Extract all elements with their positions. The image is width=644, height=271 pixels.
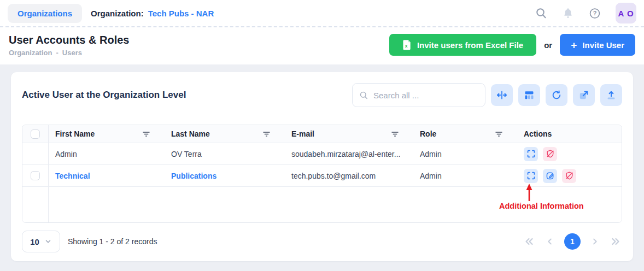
- breadcrumb: Organization - Users: [9, 49, 129, 57]
- expand-corners-icon: [526, 171, 536, 180]
- organization-name-link[interactable]: Tech Pubs - NAR: [148, 9, 214, 18]
- open-in-new-button[interactable]: [573, 84, 595, 106]
- avatar[interactable]: A O: [616, 3, 636, 23]
- first-name-link[interactable]: Technical: [55, 172, 90, 180]
- row-checkbox[interactable]: [31, 171, 40, 180]
- page-size-select[interactable]: 10: [22, 231, 60, 252]
- breadcrumb-item-users[interactable]: Users: [62, 49, 82, 57]
- edit-pencil-icon: [546, 171, 555, 180]
- pagination: 1: [523, 233, 622, 250]
- panel-title: Active User at the Organization Level: [22, 90, 186, 101]
- column-label: Last Name: [171, 129, 210, 138]
- notifications-bell-icon[interactable]: [562, 7, 574, 19]
- actions-cell: [517, 143, 622, 164]
- table-header-row: First Name Last Name E-mail Role: [22, 125, 622, 143]
- invite-user-label: Invite User: [582, 40, 624, 50]
- column-header-email[interactable]: E-mail: [285, 125, 413, 143]
- column-label: First Name: [55, 129, 95, 138]
- email-cell: tech.pubs.to@gmail.com: [285, 165, 413, 186]
- users-table: First Name Last Name E-mail Role: [22, 125, 622, 223]
- columns-button[interactable]: [518, 84, 540, 106]
- table-empty-area: [22, 186, 622, 222]
- breadcrumb-item-organization[interactable]: Organization: [9, 49, 52, 57]
- last-name-link[interactable]: Publications: [171, 172, 216, 180]
- topbar: Organizations Organization: Tech Pubs - …: [0, 0, 644, 26]
- filter-icon[interactable]: [495, 130, 503, 138]
- fit-columns-button[interactable]: [491, 84, 513, 106]
- or-label: or: [544, 40, 552, 50]
- fit-columns-icon: [496, 90, 507, 101]
- page-1-button[interactable]: 1: [564, 233, 581, 250]
- view-details-button[interactable]: [524, 169, 538, 183]
- edit-user-button[interactable]: [543, 169, 557, 183]
- excel-file-icon: x: [402, 39, 412, 50]
- column-header-last-name[interactable]: Last Name: [165, 125, 285, 143]
- filter-icon[interactable]: [391, 130, 399, 138]
- table-footer: 10 Showing 1 - 2 of 2 records 1: [22, 231, 622, 252]
- column-header-actions: Actions: [517, 125, 622, 143]
- select-all-cell: [22, 125, 49, 143]
- last-name-cell: OV Terra: [165, 143, 285, 164]
- organizations-button[interactable]: Organizations: [8, 4, 82, 23]
- open-in-new-icon: [578, 90, 589, 101]
- first-page-button[interactable]: [523, 235, 536, 248]
- search-all-input-wrapper: [352, 83, 485, 107]
- search-icon[interactable]: [535, 7, 547, 19]
- breadcrumb-separator: -: [56, 49, 58, 57]
- row-checkbox-cell: [22, 165, 49, 186]
- first-name-cell: Technical: [49, 165, 165, 186]
- svg-text:?: ?: [593, 10, 597, 16]
- export-upload-button[interactable]: [600, 84, 622, 106]
- page-size-value: 10: [30, 237, 39, 246]
- expand-corners-icon: [526, 149, 536, 158]
- email-cell: soudabeh.mirzataraj@al-enter...: [285, 143, 413, 164]
- column-label: Actions: [524, 129, 552, 138]
- invite-user-button[interactable]: + Invite User: [560, 34, 635, 56]
- svg-text:x: x: [405, 43, 408, 49]
- column-header-first-name[interactable]: First Name: [49, 125, 165, 143]
- filter-icon[interactable]: [142, 130, 150, 138]
- column-label: Role: [420, 129, 436, 138]
- showing-records-text: Showing 1 - 2 of 2 records: [68, 237, 157, 246]
- deactivate-user-button[interactable]: [543, 147, 557, 161]
- row-checkbox-cell: [22, 143, 49, 164]
- refresh-button[interactable]: [546, 84, 567, 106]
- invite-users-excel-button[interactable]: x Invite users from Excel File: [389, 34, 536, 56]
- role-cell: Admin: [413, 143, 517, 164]
- refresh-icon: [551, 90, 562, 101]
- actions-cell: [517, 165, 622, 186]
- last-page-button[interactable]: [609, 235, 622, 248]
- select-all-checkbox[interactable]: [31, 129, 40, 139]
- row-checkbox-cell: [22, 187, 49, 222]
- table-columns-icon: [524, 90, 535, 101]
- invite-users-excel-label: Invite users from Excel File: [417, 40, 523, 50]
- view-details-button[interactable]: [524, 147, 538, 161]
- table-row: Technical Publications tech.pubs.to@gmai…: [22, 164, 622, 186]
- help-icon[interactable]: ?: [589, 7, 601, 19]
- plus-icon: +: [571, 40, 577, 50]
- shield-off-icon: [546, 149, 555, 158]
- column-label: E-mail: [291, 129, 314, 138]
- shield-off-icon: [565, 171, 574, 180]
- deactivate-user-button[interactable]: [562, 169, 576, 183]
- upload-icon: [606, 90, 617, 101]
- next-page-button[interactable]: [588, 235, 601, 248]
- last-name-cell: Publications: [165, 165, 285, 186]
- column-header-role[interactable]: Role: [413, 125, 517, 143]
- table-row: Admin OV Terra soudabeh.mirzataraj@al-en…: [22, 143, 622, 164]
- role-cell: Admin: [413, 165, 517, 186]
- chevron-down-icon: [44, 238, 52, 245]
- first-name-cell: Admin: [49, 143, 165, 164]
- prev-page-button[interactable]: [543, 235, 557, 248]
- page-header: User Accounts & Roles Organization - Use…: [0, 26, 644, 64]
- active-users-panel: Active User at the Organization Level: [11, 72, 633, 261]
- organization-label: Organization:: [91, 9, 144, 18]
- filter-icon[interactable]: [262, 130, 271, 138]
- page-title: User Accounts & Roles: [9, 33, 129, 47]
- search-all-input[interactable]: [373, 91, 482, 100]
- search-icon: [359, 91, 368, 100]
